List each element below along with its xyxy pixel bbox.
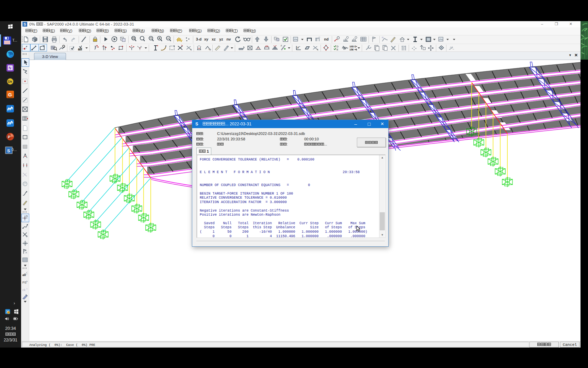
svg-text:10D D+L: 10D D+L — [349, 45, 357, 48]
svg-text:xy: xy — [204, 37, 209, 41]
svg-text:PS: PS — [22, 281, 27, 284]
svg-text:yz: yz — [219, 37, 223, 41]
svg-text:xz: xz — [212, 37, 216, 41]
svg-text:15E +E: 15E +E — [349, 48, 357, 51]
svg-text:S: S — [7, 148, 10, 153]
svg-text:F: F — [281, 45, 282, 47]
svg-text:nv: nv — [227, 37, 231, 41]
svg-text:E: E — [297, 46, 299, 49]
svg-text:E: E — [337, 48, 338, 51]
svg-text:N: N — [9, 66, 12, 71]
svg-text:all: all — [78, 47, 82, 51]
svg-text:P: P — [8, 135, 10, 139]
svg-text:Ue: Ue — [8, 80, 12, 83]
svg-text:ck: ck — [22, 288, 26, 292]
svg-text:3-d: 3-d — [196, 37, 202, 41]
svg-text:k: k — [317, 48, 318, 51]
svg-text:nd: nd — [324, 37, 328, 41]
svg-text:D: D — [337, 45, 339, 48]
svg-text:all: all — [22, 273, 26, 277]
svg-text:k: k — [191, 48, 192, 51]
svg-text:~: ~ — [453, 48, 454, 51]
svg-text:%: % — [209, 48, 211, 51]
